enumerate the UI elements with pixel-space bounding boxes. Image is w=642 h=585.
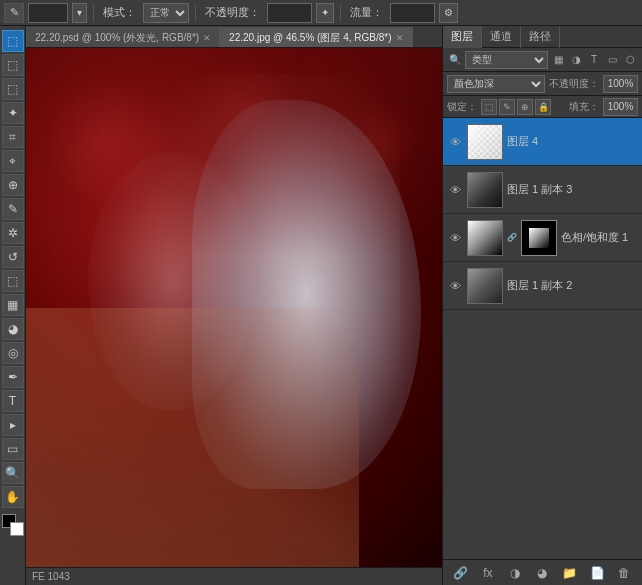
- tab-channels[interactable]: 通道: [482, 26, 521, 48]
- layer-copy3-thumbnail: [467, 172, 503, 208]
- layers-lock-row: 锁定： ⬚ ✎ ⊕ 🔒 填充：: [443, 96, 642, 118]
- lock-pixels-icon[interactable]: ✎: [499, 99, 515, 115]
- folder-icon[interactable]: 📁: [560, 563, 580, 583]
- new-layer-icon[interactable]: 📄: [587, 563, 607, 583]
- separator-3: [340, 4, 341, 22]
- clone-tool[interactable]: ✲: [2, 222, 24, 244]
- right-panel: 图层 通道 路径 🔍 类型 ▦ ◑ T ▭ ⬡: [442, 26, 642, 585]
- adjustment-icon[interactable]: ◕: [532, 563, 552, 583]
- settings-button[interactable]: ⚙: [439, 3, 458, 23]
- airbrush-toggle[interactable]: ✦: [316, 3, 334, 23]
- layer-huesat-visibility[interactable]: 👁: [447, 230, 463, 246]
- heal-tool[interactable]: ⊕: [2, 174, 24, 196]
- status-doc-info: FE 1043: [32, 571, 70, 582]
- search-icon: 🔍: [447, 52, 463, 68]
- lock-icons-group: ⬚ ✎ ⊕ 🔒: [481, 99, 551, 115]
- top-toolbar: ✎ 100 ▾ 模式： 正常 不透明度： 30% ✦ 流量： 100% ⚙: [0, 0, 642, 26]
- eraser-tool[interactable]: ⬚: [2, 270, 24, 292]
- separator-1: [93, 4, 94, 22]
- layers-panel-tabs: 图层 通道 路径: [443, 26, 642, 48]
- layer-item-copy2[interactable]: 👁 图层 1 副本 2: [443, 262, 642, 310]
- opacity-label: 不透明度：: [202, 5, 263, 20]
- foreground-background-colors[interactable]: [2, 514, 24, 536]
- lock-transparent-icon[interactable]: ⬚: [481, 99, 497, 115]
- fill-label: 填充：: [569, 100, 599, 114]
- pen-tool[interactable]: ✒: [2, 366, 24, 388]
- magic-wand-tool[interactable]: ✦: [2, 102, 24, 124]
- opacity-label: 不透明度：: [549, 77, 599, 91]
- mode-label: 模式：: [100, 5, 139, 20]
- tab-layers[interactable]: 图层: [443, 26, 482, 48]
- layers-list: 👁 图层 4 👁 图层 1 副本 3 👁: [443, 118, 642, 559]
- lasso-tool[interactable]: ⬚: [2, 78, 24, 100]
- filter-pixel-icon[interactable]: ▦: [550, 52, 566, 68]
- layers-bottom-bar: 🔗 fx ◑ ◕ 📁 📄 🗑: [443, 559, 642, 585]
- layer-filter-select[interactable]: 类型: [465, 51, 548, 69]
- layers-panel: 图层 通道 路径 🔍 类型 ▦ ◑ T ▭ ⬡: [443, 26, 642, 585]
- add-mask-icon[interactable]: ◑: [505, 563, 525, 583]
- filter-type-icon[interactable]: T: [586, 52, 602, 68]
- history-brush-tool[interactable]: ↺: [2, 246, 24, 268]
- blend-mode-select[interactable]: 颜色加深: [447, 75, 545, 93]
- select-rect-tool[interactable]: ⬚: [2, 54, 24, 76]
- type-tool[interactable]: T: [2, 390, 24, 412]
- brush-tool-icon[interactable]: ✎: [4, 3, 24, 23]
- crop-tool[interactable]: ⌗: [2, 126, 24, 148]
- tab-jpg-close[interactable]: ✕: [396, 33, 404, 43]
- layer-copy3-visibility[interactable]: 👁: [447, 182, 463, 198]
- layer-opacity-input[interactable]: [603, 75, 638, 93]
- add-link-icon[interactable]: 🔗: [451, 563, 471, 583]
- tab-jpg[interactable]: 22.20.jpg @ 46.5% (图层 4, RGB/8*) ✕: [220, 27, 412, 47]
- flow-input[interactable]: 100%: [390, 3, 435, 23]
- filter-shape-icon[interactable]: ▭: [604, 52, 620, 68]
- move-tool[interactable]: ⬚: [2, 30, 24, 52]
- layers-mode-row: 颜色加深 不透明度：: [443, 72, 642, 96]
- layer-item-huesat[interactable]: 👁 🔗 色相/饱和度 1: [443, 214, 642, 262]
- lock-all-icon[interactable]: 🔒: [535, 99, 551, 115]
- path-select-tool[interactable]: ▸: [2, 414, 24, 436]
- filter-smart-icon[interactable]: ⬡: [622, 52, 638, 68]
- layer-copy2-visibility[interactable]: 👁: [447, 278, 463, 294]
- layer-copy2-thumbnail: [467, 268, 503, 304]
- content-area: 22.20.psd @ 100% (外发光, RGB/8*) ✕ 22.20.j…: [26, 26, 442, 585]
- fx-icon[interactable]: fx: [478, 563, 498, 583]
- tab-psd-close[interactable]: ✕: [203, 33, 211, 43]
- lock-position-icon[interactable]: ⊕: [517, 99, 533, 115]
- status-bar: FE 1043: [26, 567, 442, 585]
- mode-select[interactable]: 正常: [143, 3, 189, 23]
- separator-2: [195, 4, 196, 22]
- layer-copy2-name: 图层 1 副本 2: [507, 278, 638, 293]
- tab-jpg-label: 22.20.jpg @ 46.5% (图层 4, RGB/8*): [229, 31, 391, 45]
- layer-item-copy3[interactable]: 👁 图层 1 副本 3: [443, 166, 642, 214]
- gradient-tool[interactable]: ▦: [2, 294, 24, 316]
- hand-tool[interactable]: ✋: [2, 486, 24, 508]
- eyedropper-tool[interactable]: ⌖: [2, 150, 24, 172]
- layer-item-4[interactable]: 👁 图层 4: [443, 118, 642, 166]
- brush-size-input[interactable]: 100: [28, 3, 68, 23]
- delete-layer-icon[interactable]: 🗑: [614, 563, 634, 583]
- blur-tool[interactable]: ◕: [2, 318, 24, 340]
- layer-4-visibility[interactable]: 👁: [447, 134, 463, 150]
- dodge-tool[interactable]: ◎: [2, 342, 24, 364]
- tab-bar: 22.20.psd @ 100% (外发光, RGB/8*) ✕ 22.20.j…: [26, 26, 442, 48]
- opacity-input[interactable]: 30%: [267, 3, 312, 23]
- layer-huesat-link: 🔗: [507, 230, 517, 246]
- lock-label: 锁定：: [447, 100, 477, 114]
- zoom-tool[interactable]: 🔍: [2, 462, 24, 484]
- layer-copy3-name: 图层 1 副本 3: [507, 182, 638, 197]
- layers-search-row: 🔍 类型 ▦ ◑ T ▭ ⬡: [443, 48, 642, 72]
- layer-4-name: 图层 4: [507, 134, 638, 149]
- canvas-image: [26, 48, 442, 567]
- tab-paths[interactable]: 路径: [521, 26, 560, 48]
- layer-huesat-name: 色相/饱和度 1: [561, 230, 638, 245]
- tab-psd[interactable]: 22.20.psd @ 100% (外发光, RGB/8*) ✕: [26, 27, 220, 47]
- brush-preset-button[interactable]: ▾: [72, 3, 87, 23]
- brush-tool[interactable]: ✎: [2, 198, 24, 220]
- canvas-area[interactable]: [26, 48, 442, 567]
- layer-4-thumbnail: [467, 124, 503, 160]
- filter-adjustment-icon[interactable]: ◑: [568, 52, 584, 68]
- fill-input[interactable]: [603, 98, 638, 116]
- tab-psd-label: 22.20.psd @ 100% (外发光, RGB/8*): [35, 31, 199, 45]
- shape-tool[interactable]: ▭: [2, 438, 24, 460]
- dark-top: [26, 48, 442, 256]
